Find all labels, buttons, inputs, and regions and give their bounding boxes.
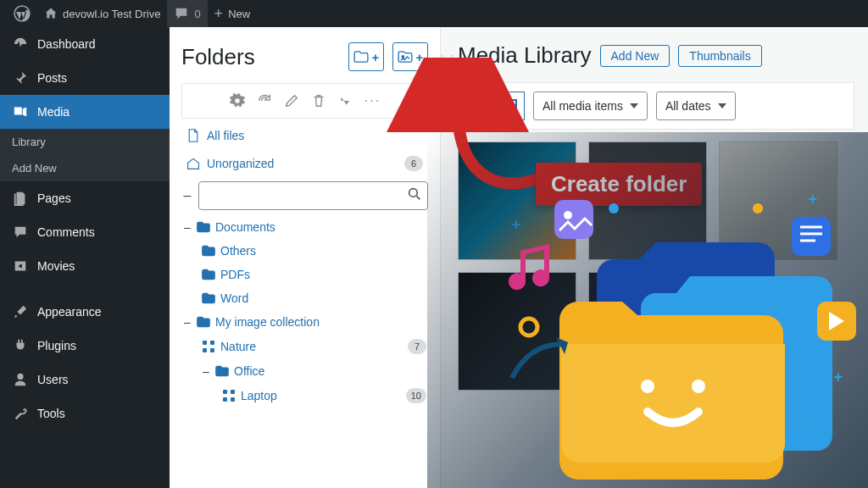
pages-icon [12,190,29,207]
home-icon [186,157,200,170]
grid-icon [202,340,215,353]
view-list-button[interactable] [467,92,496,120]
search-icon [408,187,421,204]
home-icon [44,7,58,20]
sidebar-item-dashboard[interactable]: Dashboard [0,27,170,61]
tree-node-label: My image collection [215,315,320,329]
collapse-toggle[interactable]: – [181,188,193,203]
tree-node-nature[interactable]: Nature 7 [181,334,428,359]
svg-rect-17 [511,100,516,105]
folder-all-files[interactable]: All files [181,122,428,149]
count-badge: 10 [406,388,426,403]
svg-rect-16 [504,100,509,105]
adminbar-comments-count: 0 [194,8,200,20]
more-icon[interactable]: ··· [365,93,381,108]
media-date-filter[interactable]: All dates [656,92,736,120]
media-thumbnail[interactable] [719,141,837,260]
pin-icon [12,69,29,86]
sidebar-media-submenu: Library Add New [0,129,170,181]
svg-rect-6 [203,348,207,352]
adminbar-site-name: devowl.io Test Drive [63,8,160,20]
media-type-filter[interactable]: All media items [533,92,648,120]
folder-search-input[interactable] [198,181,428,210]
folder-icon [197,220,210,234]
view-grid-button[interactable] [496,92,525,120]
panel-resize-handle[interactable]: ⋮⋮ [441,27,451,488]
submenu-item-library[interactable]: Library [0,129,170,155]
sidebar-item-label: Dashboard [37,37,96,51]
tree-node-word[interactable]: Word [181,286,428,310]
new-folder-button[interactable]: + [348,42,384,71]
sidebar-item-posts[interactable]: Posts [0,61,170,95]
tree-node-documents[interactable]: – Documents [181,215,428,239]
adminbar-new-label: New [228,8,250,20]
tree-node-office[interactable]: – Office [181,359,428,383]
media-thumbnail[interactable] [588,272,707,391]
movie-icon [12,258,29,274]
refresh-icon[interactable] [257,93,272,108]
wrench-icon [12,405,29,422]
folders-panel: Folders + + ··· All fi [170,27,441,488]
folder-label: All files [207,129,244,142]
wp-logo[interactable] [7,0,37,27]
adminbar-site-home[interactable]: devowl.io Test Drive [37,0,167,27]
admin-sidebar: Dashboard Posts Media Library Add New Pa… [0,27,170,488]
sidebar-item-users[interactable]: Users [0,363,170,396]
rename-icon[interactable] [284,93,299,108]
tree-node-others[interactable]: Others [181,239,428,263]
media-filters: All media items All dates [458,82,854,130]
collapse-toggle[interactable]: – [202,364,210,378]
tree-node-my-image-collection[interactable]: – My image collection [181,310,428,334]
tree-node-label: Documents [215,220,275,234]
sidebar-item-comments[interactable]: Comments [0,215,170,249]
tree-node-pdfs[interactable]: PDFs [181,263,428,286]
add-new-button[interactable]: Add New [600,45,670,67]
trash-icon[interactable] [311,93,326,108]
sidebar-item-label: Comments [37,225,95,239]
tree-node-label: PDFs [220,268,250,281]
sidebar-item-appearance[interactable]: Appearance [0,295,170,329]
folder-tree: – Documents Others PDFs Word – [181,215,428,408]
collapse-toggle[interactable]: – [183,220,192,234]
media-library-panel: Media Library Add New Thumbnails All med… [451,27,868,488]
view-mode-toggle [467,92,525,120]
svg-rect-18 [504,107,509,112]
tree-node-laptop[interactable]: Laptop 10 [181,383,428,408]
sidebar-item-pages[interactable]: Pages [0,181,170,215]
tree-node-label: Nature [220,340,256,353]
tree-node-label: Office [234,364,264,378]
content-area: Folders + + ··· All fi [170,27,868,488]
new-gallery-folder-button[interactable]: + [392,42,428,71]
tree-node-label: Laptop [241,389,277,402]
gallery-folder-icon [197,315,210,329]
sidebar-item-label: Appearance [37,305,102,319]
sidebar-item-label: Tools [37,407,65,420]
gallery-folder-icon [398,51,413,63]
tree-node-label: Word [220,291,248,305]
sidebar-item-label: Plugins [37,339,76,352]
plus-icon: + [214,6,224,21]
svg-rect-11 [223,397,227,402]
thumbnails-button[interactable]: Thumbnails [678,45,761,67]
sidebar-item-tools[interactable]: Tools [0,396,170,430]
gear-icon[interactable] [230,93,245,108]
dashboard-icon [12,36,29,53]
comment-icon [174,6,189,21]
collapse-toggle[interactable]: – [183,315,192,329]
svg-point-2 [409,189,418,197]
adminbar-comments[interactable]: 0 [167,0,207,27]
media-icon [12,103,29,120]
sidebar-item-movies[interactable]: Movies [0,249,170,283]
sidebar-item-media[interactable]: Media [0,95,170,129]
svg-rect-19 [511,107,516,112]
user-icon [12,371,29,388]
sort-icon[interactable] [338,93,353,108]
brush-icon [12,303,29,320]
media-thumbnail[interactable] [458,272,576,391]
plus-icon: + [416,50,424,64]
folder-unorganized[interactable]: Unorganized 6 [181,149,428,178]
sidebar-item-plugins[interactable]: Plugins [0,329,170,363]
submenu-item-add-new[interactable]: Add New [0,155,170,181]
adminbar-new[interactable]: + New [208,0,258,27]
svg-rect-4 [203,341,207,345]
